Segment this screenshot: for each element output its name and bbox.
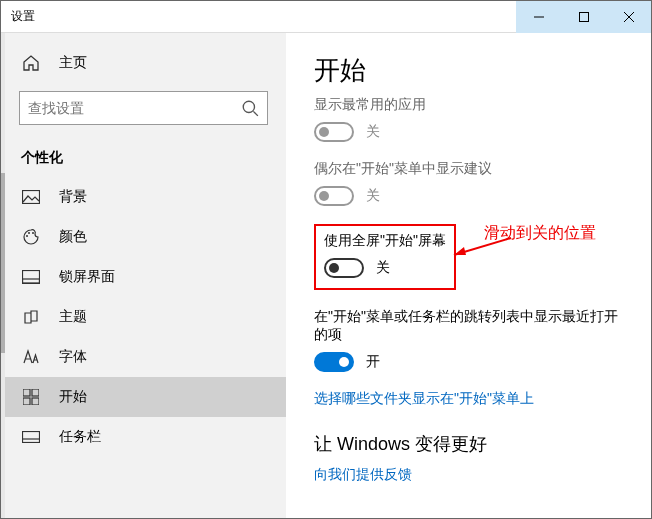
svg-rect-1: [579, 12, 588, 21]
sidebar-item-label: 主页: [59, 54, 87, 72]
setting-fullscreen-start: 使用全屏"开始"屏幕 关: [324, 232, 446, 278]
svg-point-9: [32, 232, 34, 234]
sidebar-item-home[interactable]: 主页: [1, 43, 286, 83]
svg-point-8: [28, 232, 30, 234]
minimize-icon: [534, 12, 544, 22]
toggle-jumplist[interactable]: [314, 352, 354, 372]
close-button[interactable]: [606, 1, 651, 33]
sidebar-item-label: 任务栏: [59, 428, 101, 446]
toggle-state: 关: [366, 123, 380, 141]
window-controls: [516, 1, 651, 33]
sidebar-section-header: 个性化: [1, 143, 286, 177]
setting-label: 在"开始"菜单或任务栏的跳转列表中显示最近打开的项: [314, 308, 623, 344]
search-input[interactable]: [28, 100, 241, 116]
sidebar-item-label: 开始: [59, 388, 87, 406]
sidebar-item-lockscreen[interactable]: 锁屏界面: [1, 257, 286, 297]
sidebar-item-label: 主题: [59, 308, 87, 326]
svg-rect-15: [32, 398, 39, 405]
setting-most-used: 显示最常用的应用 关: [314, 96, 623, 142]
sidebar-item-label: 颜色: [59, 228, 87, 246]
content-area: 开始 显示最常用的应用 关 偶尔在"开始"菜单中显示建议 关 使用全屏"开始"屏…: [286, 33, 651, 518]
close-icon: [624, 12, 634, 22]
scrollbar-thumb[interactable]: [1, 173, 5, 353]
setting-label: 显示最常用的应用: [314, 96, 623, 114]
colors-icon: [21, 227, 41, 247]
taskbar-icon: [21, 427, 41, 447]
svg-rect-12: [23, 389, 30, 396]
minimize-button[interactable]: [516, 1, 561, 33]
toggle-row: 关: [324, 258, 446, 278]
sidebar-item-themes[interactable]: 主题: [1, 297, 286, 337]
sidebar-item-label: 字体: [59, 348, 87, 366]
section-title: 让 Windows 变得更好: [314, 432, 623, 456]
main-area: 主页 个性化 背景 颜色: [1, 33, 651, 518]
svg-rect-6: [23, 191, 40, 204]
toggle-fullscreen-start[interactable]: [324, 258, 364, 278]
svg-point-4: [243, 101, 254, 112]
sidebar: 主页 个性化 背景 颜色: [1, 33, 286, 518]
home-icon: [21, 53, 41, 73]
sidebar-item-label: 背景: [59, 188, 87, 206]
setting-jumplist: 在"开始"菜单或任务栏的跳转列表中显示最近打开的项 开: [314, 308, 623, 372]
titlebar: 设置: [1, 1, 651, 33]
fonts-icon: [21, 347, 41, 367]
svg-marker-19: [454, 247, 466, 255]
lockscreen-icon: [21, 267, 41, 287]
background-icon: [21, 187, 41, 207]
svg-rect-11: [23, 279, 40, 283]
setting-suggestions: 偶尔在"开始"菜单中显示建议 关: [314, 160, 623, 206]
sidebar-item-colors[interactable]: 颜色: [1, 217, 286, 257]
page-title: 开始: [314, 53, 623, 88]
setting-label: 偶尔在"开始"菜单中显示建议: [314, 160, 623, 178]
themes-icon: [21, 307, 41, 327]
window-title: 设置: [1, 8, 516, 25]
toggle-state: 关: [366, 187, 380, 205]
settings-window: 设置 主页: [0, 0, 652, 519]
sidebar-item-background[interactable]: 背景: [1, 177, 286, 217]
maximize-icon: [579, 12, 589, 22]
sidebar-item-taskbar[interactable]: 任务栏: [1, 417, 286, 457]
highlight-box: 使用全屏"开始"屏幕 关: [314, 224, 456, 290]
toggle-state: 关: [376, 259, 390, 277]
setting-label: 使用全屏"开始"屏幕: [324, 232, 446, 250]
svg-point-7: [26, 235, 28, 237]
search-box[interactable]: [19, 91, 268, 125]
sidebar-item-start[interactable]: 开始: [1, 377, 286, 417]
sidebar-item-label: 锁屏界面: [59, 268, 115, 286]
svg-rect-10: [23, 271, 40, 284]
link-folders[interactable]: 选择哪些文件夹显示在"开始"菜单上: [314, 390, 623, 408]
link-feedback[interactable]: 向我们提供反馈: [314, 466, 623, 484]
search-icon: [241, 99, 259, 117]
toggle-suggestions[interactable]: [314, 186, 354, 206]
maximize-button[interactable]: [561, 1, 606, 33]
toggle-most-used[interactable]: [314, 122, 354, 142]
toggle-state: 开: [366, 353, 380, 371]
start-icon: [21, 387, 41, 407]
toggle-row: 开: [314, 352, 623, 372]
svg-line-5: [253, 111, 258, 116]
toggle-row: 关: [314, 122, 623, 142]
toggle-row: 关: [314, 186, 623, 206]
svg-rect-13: [32, 389, 39, 396]
sidebar-item-fonts[interactable]: 字体: [1, 337, 286, 377]
svg-rect-16: [23, 432, 40, 443]
annotation-text: 滑动到关的位置: [484, 223, 596, 244]
svg-rect-14: [23, 398, 30, 405]
